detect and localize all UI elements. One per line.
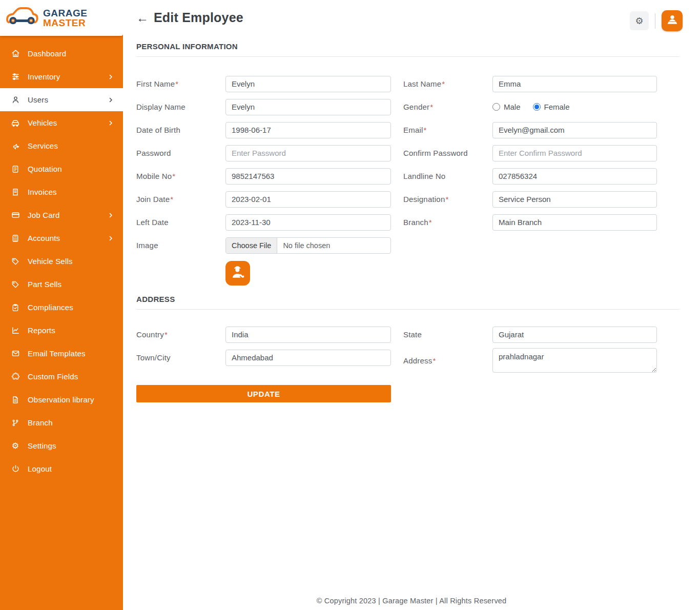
password-input[interactable] bbox=[225, 145, 391, 161]
address-textarea[interactable]: prahladnagar bbox=[492, 348, 657, 373]
town-city-label: Town/City bbox=[136, 353, 225, 362]
town-city-row: Town/City bbox=[136, 346, 391, 369]
address-left-column: Country* Town/City bbox=[136, 323, 391, 369]
gender-male-radio[interactable] bbox=[492, 103, 500, 111]
country-input[interactable] bbox=[225, 327, 391, 343]
sidebar-item-job-card[interactable]: Job Card bbox=[0, 204, 123, 227]
email-input[interactable] bbox=[492, 122, 657, 138]
calculator-icon bbox=[10, 233, 20, 243]
sidebar-item-vehicles[interactable]: Vehicles bbox=[0, 111, 123, 134]
sidebar-item-observation-library[interactable]: Observation library bbox=[0, 388, 123, 411]
main-content: ← Edit Employee ⚙ PERSONAL INFORMATION bbox=[123, 0, 700, 610]
email-label: Email* bbox=[403, 126, 492, 134]
gear-icon: ⚙ bbox=[635, 15, 643, 26]
footer-copyright: © Copyright 2023 | Garage Master | All R… bbox=[123, 597, 700, 605]
power-icon bbox=[10, 464, 20, 474]
sidebar: GARAGE MASTER DashboardInventoryUsersVeh… bbox=[0, 0, 123, 610]
gender-female-option[interactable]: Female bbox=[533, 103, 570, 111]
landline-no-row: Landline No bbox=[403, 165, 657, 188]
sidebar-item-label: Reports bbox=[28, 326, 55, 335]
file-icon bbox=[10, 395, 20, 405]
first-name-input[interactable] bbox=[225, 76, 391, 92]
brand-line2: MASTER bbox=[43, 18, 87, 28]
country-row: Country* bbox=[136, 323, 391, 346]
edit-employee-form: PERSONAL INFORMATION First Name* Display… bbox=[123, 42, 700, 402]
user-icon bbox=[10, 95, 20, 105]
display-name-input[interactable] bbox=[225, 99, 391, 115]
sidebar-item-label: Inventory bbox=[28, 72, 60, 81]
sidebar-item-inventory[interactable]: Inventory bbox=[0, 65, 123, 88]
last-name-label: Last Name* bbox=[403, 79, 492, 88]
last-name-input[interactable] bbox=[492, 76, 657, 92]
sidebar-item-dashboard[interactable]: Dashboard bbox=[0, 42, 123, 65]
update-button[interactable]: UPDATE bbox=[136, 385, 391, 402]
branch-input[interactable] bbox=[492, 214, 657, 231]
sidebar-item-compliances[interactable]: Compliances bbox=[0, 296, 123, 319]
password-label: Password bbox=[136, 149, 225, 157]
image-file-input[interactable]: Choose File No file chosen bbox=[225, 237, 391, 254]
first-name-row: First Name* bbox=[136, 72, 391, 95]
sidebar-item-label: Quotation bbox=[28, 165, 62, 173]
back-arrow-icon[interactable]: ← bbox=[136, 12, 149, 24]
branch-row: Branch* bbox=[403, 211, 657, 234]
form-left-column: First Name* Display Name Date of Birth P… bbox=[136, 72, 391, 288]
sidebar-item-reports[interactable]: Reports bbox=[0, 319, 123, 342]
gender-male-option[interactable]: Male bbox=[492, 103, 521, 111]
sidebar-item-label: Observation library bbox=[28, 395, 94, 404]
confirm-password-row: Confirm Password bbox=[403, 141, 657, 165]
join-date-label: Join Date* bbox=[136, 195, 225, 204]
sidebar-item-label: Part Sells bbox=[28, 280, 61, 289]
sidebar-nav: DashboardInventoryUsersVehiclesServicesQ… bbox=[0, 36, 123, 480]
file-invoice-icon bbox=[10, 164, 20, 174]
sidebar-item-vehicle-sells[interactable]: Vehicle Sells bbox=[0, 250, 123, 273]
mobile-no-input[interactable] bbox=[225, 168, 391, 185]
sidebar-item-email-templates[interactable]: Email Templates bbox=[0, 342, 123, 365]
settings-button[interactable]: ⚙ bbox=[630, 11, 649, 30]
sidebar-item-accounts[interactable]: Accounts bbox=[0, 227, 123, 250]
sidebar-item-label: Settings bbox=[28, 441, 56, 450]
brand-logo[interactable]: GARAGE MASTER bbox=[0, 0, 123, 36]
sidebar-item-label: Logout bbox=[28, 464, 52, 473]
profile-avatar[interactable] bbox=[662, 10, 683, 31]
join-date-row: Join Date* bbox=[136, 188, 391, 211]
file-status-text: No file chosen bbox=[277, 238, 336, 253]
car-icon bbox=[10, 118, 20, 128]
sidebar-item-settings[interactable]: ⚙Settings bbox=[0, 434, 123, 457]
tag-icon bbox=[10, 279, 20, 290]
brand-line1: GARAGE bbox=[43, 8, 87, 18]
state-input[interactable] bbox=[492, 327, 657, 343]
sidebar-item-services[interactable]: Services bbox=[0, 134, 123, 157]
sidebar-item-label: Dashboard bbox=[28, 49, 66, 58]
first-name-label: First Name* bbox=[136, 79, 225, 88]
join-date-input[interactable] bbox=[225, 191, 391, 208]
left-date-input[interactable] bbox=[225, 214, 391, 231]
left-date-label: Left Date bbox=[136, 218, 225, 227]
sidebar-item-quotation[interactable]: Quotation bbox=[0, 157, 123, 180]
sidebar-item-users[interactable]: Users bbox=[0, 88, 123, 111]
sidebar-item-invoices[interactable]: Invoices bbox=[0, 180, 123, 204]
address-row: Address* prahladnagar bbox=[403, 346, 657, 375]
sidebar-item-logout[interactable]: Logout bbox=[0, 457, 123, 480]
sidebar-item-branch[interactable]: Branch bbox=[0, 411, 123, 434]
git-branch-icon bbox=[10, 418, 20, 428]
date-of-birth-input[interactable] bbox=[225, 122, 391, 138]
state-label: State bbox=[403, 330, 492, 339]
sidebar-item-custom-fields[interactable]: Custom Fields bbox=[0, 365, 123, 388]
choose-file-button[interactable]: Choose File bbox=[226, 238, 277, 253]
sidebar-item-label: Custom Fields bbox=[28, 372, 78, 381]
garage-master-car-wrench-logo-icon bbox=[5, 6, 39, 30]
chevron-right-icon bbox=[108, 97, 114, 103]
gear-icon: ⚙ bbox=[10, 441, 20, 451]
landline-no-input[interactable] bbox=[492, 168, 657, 185]
sidebar-item-part-sells[interactable]: Part Sells bbox=[0, 273, 123, 296]
designation-input[interactable] bbox=[492, 191, 657, 208]
gender-label: Gender* bbox=[403, 103, 492, 111]
tag-icon bbox=[10, 256, 20, 267]
town-city-input[interactable] bbox=[225, 350, 391, 366]
chevron-right-icon bbox=[108, 74, 114, 80]
gender-female-radio[interactable] bbox=[533, 103, 541, 111]
state-row: State bbox=[403, 323, 657, 346]
confirm-password-input[interactable] bbox=[492, 145, 657, 161]
section-divider bbox=[136, 309, 680, 310]
image-row: Image Choose File No file chosen bbox=[136, 234, 391, 257]
